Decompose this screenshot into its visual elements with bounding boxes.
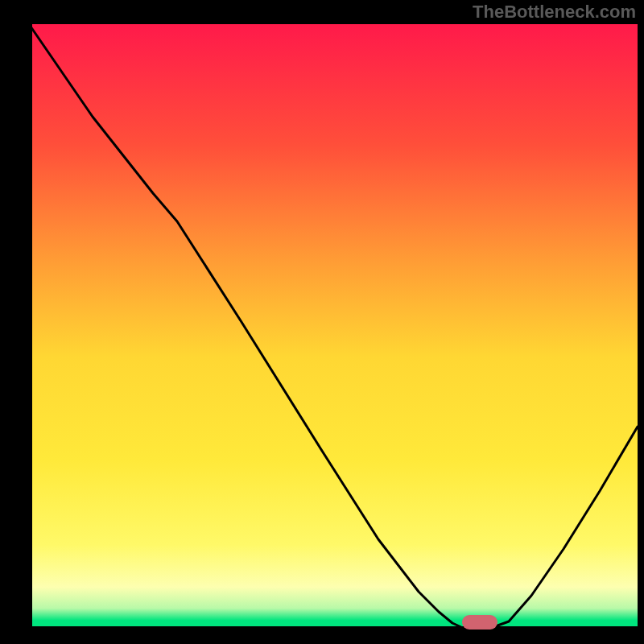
bottleneck-chart <box>0 0 644 644</box>
chart-root: TheBottleneck.com <box>0 0 644 644</box>
plot-background <box>29 24 638 630</box>
optimal-marker <box>462 615 497 630</box>
